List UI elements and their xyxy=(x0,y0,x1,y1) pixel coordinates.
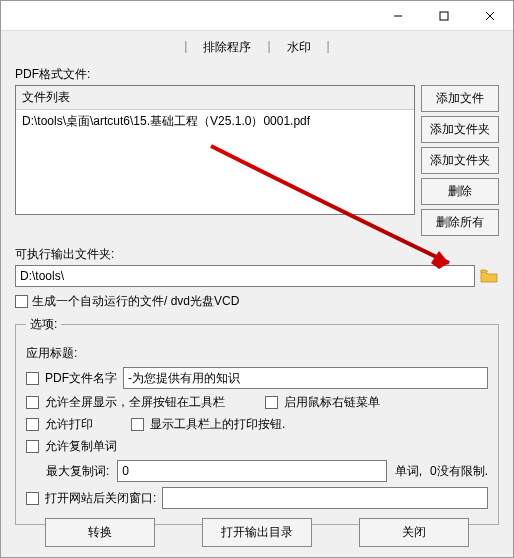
delete-all-button[interactable]: 删除所有 xyxy=(421,209,499,236)
no-limit-label: 0没有限制. xyxy=(430,463,488,480)
tab-separator: | xyxy=(319,37,338,58)
svg-rect-1 xyxy=(440,12,448,20)
rightclick-checkbox[interactable] xyxy=(265,396,278,409)
close-window-url-input[interactable] xyxy=(162,487,488,509)
pdf-filename-label: PDF文件名字 xyxy=(45,370,117,387)
allow-print-label: 允许打印 xyxy=(45,416,125,433)
autorun-checkbox[interactable] xyxy=(15,295,28,308)
tab-watermark[interactable]: 水印 xyxy=(279,37,319,58)
max-copy-label: 最大复制词: xyxy=(46,463,109,480)
fullscreen-checkbox[interactable] xyxy=(26,396,39,409)
rightclick-label: 启用鼠标右链菜单 xyxy=(284,394,380,411)
pdf-filename-checkbox[interactable] xyxy=(26,372,39,385)
tab-exclude[interactable]: 排除程序 xyxy=(195,37,259,58)
pdf-files-label: PDF格式文件: xyxy=(15,66,499,83)
close-button[interactable] xyxy=(467,1,513,31)
table-row[interactable]: D:\tools\桌面\artcut6\15.基础工程（V25.1.0）0001… xyxy=(16,110,414,133)
add-folder-button-2[interactable]: 添加文件夹 xyxy=(421,147,499,174)
word-unit-label: 单词, xyxy=(395,463,422,480)
minimize-button[interactable] xyxy=(375,1,421,31)
show-print-btn-label: 显示工具栏上的打印按钮. xyxy=(150,416,285,433)
convert-button[interactable]: 转换 xyxy=(45,518,155,547)
delete-button[interactable]: 删除 xyxy=(421,178,499,205)
file-list-table[interactable]: 文件列表 D:\tools\桌面\artcut6\15.基础工程（V25.1.0… xyxy=(15,85,415,215)
add-file-button[interactable]: 添加文件 xyxy=(421,85,499,112)
tab-separator: | xyxy=(176,37,195,58)
close-button-bottom[interactable]: 关闭 xyxy=(359,518,469,547)
file-list-header: 文件列表 xyxy=(16,86,414,110)
options-legend: 选项: xyxy=(26,316,61,333)
add-folder-button[interactable]: 添加文件夹 xyxy=(421,116,499,143)
autorun-label: 生成一个自动运行的文件/ dvd光盘VCD xyxy=(32,293,239,310)
max-copy-input[interactable] xyxy=(117,460,386,482)
allow-copy-label: 允许复制单词 xyxy=(45,438,117,455)
close-window-label: 打开网站后关闭窗口: xyxy=(45,490,156,507)
maximize-button[interactable] xyxy=(421,1,467,31)
app-title-label: 应用标题: xyxy=(26,345,488,362)
pdf-filename-input[interactable] xyxy=(123,367,488,389)
close-window-checkbox[interactable] xyxy=(26,492,39,505)
output-folder-input[interactable] xyxy=(15,265,475,287)
show-print-btn-checkbox[interactable] xyxy=(131,418,144,431)
browse-folder-icon[interactable] xyxy=(479,267,499,285)
open-output-button[interactable]: 打开输出目录 xyxy=(202,518,312,547)
fullscreen-label: 允许全屏显示，全屏按钮在工具栏 xyxy=(45,394,225,411)
output-folder-label: 可执行输出文件夹: xyxy=(15,246,499,263)
allow-copy-checkbox[interactable] xyxy=(26,440,39,453)
allow-print-checkbox[interactable] xyxy=(26,418,39,431)
tab-separator: | xyxy=(259,37,278,58)
